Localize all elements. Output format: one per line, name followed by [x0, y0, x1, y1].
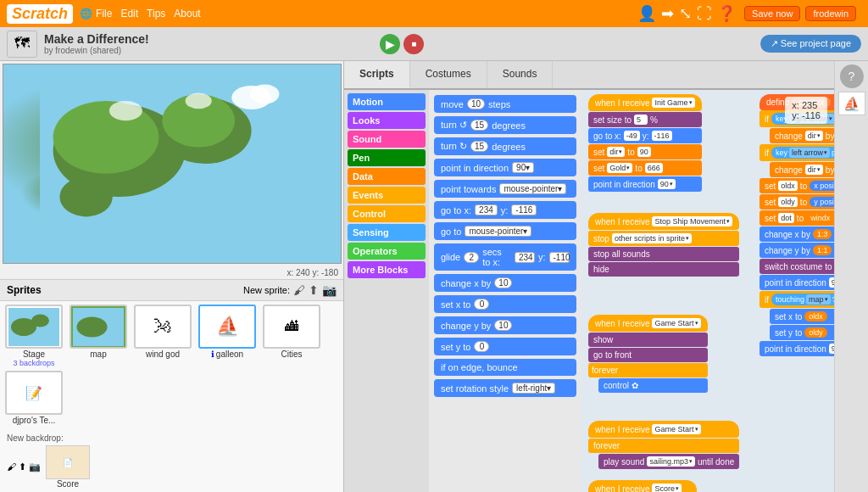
block-set-oldx[interactable]: set oldx to x position [760, 178, 834, 193]
upload-backdrop-icon[interactable]: ⬆ [19, 461, 26, 472]
menu-edit[interactable]: Edit [120, 8, 138, 20]
cat-motion[interactable]: Motion [348, 93, 426, 110]
block-set-y[interactable]: set y to 0 [434, 338, 576, 355]
block-set-x-oldx[interactable]: set x to oldx [770, 309, 834, 324]
save-now-button[interactable]: Save now [744, 6, 800, 21]
cat-operators[interactable]: Operators [348, 243, 426, 260]
block-set-y-oldy[interactable]: set y to oldy [770, 325, 834, 340]
block-set-dot[interactable]: set dot to windx * sin ▾ of dir + [760, 210, 834, 226]
block-move[interactable]: move 10 steps [434, 95, 576, 113]
script-group-init: when I receive Init Game ▾ set size to 5… [588, 94, 702, 193]
stop-button[interactable]: ■ [403, 34, 424, 54]
block-forever1[interactable]: forever [588, 363, 708, 377]
cat-sensing[interactable]: Sensing [348, 224, 426, 241]
sprites-header: Sprites New sprite: 🖌 ⬆ 📷 [0, 280, 343, 301]
block-change-y-formula[interactable]: change y by 1:1 + dot / 2 * cos ... [760, 243, 834, 258]
sprite-name-djpro: djpro's Te... [13, 416, 56, 425]
sprite-thumb-galleon: ⛵ [198, 305, 256, 349]
cat-looks[interactable]: Looks [348, 112, 426, 129]
hat-score[interactable]: when I receive Score ▾ [588, 480, 697, 492]
block-point-direction[interactable]: point in direction 90▾ [434, 159, 576, 176]
sprite-thumb-windgod: 🌬 [134, 305, 192, 349]
tab-costumes[interactable]: Costumes [410, 61, 487, 88]
see-project-button[interactable]: ↗ See project page [760, 35, 861, 53]
block-point-towards[interactable]: point towards mouse-pointer▾ [434, 180, 576, 198]
sprite-item-map[interactable]: map [68, 305, 129, 367]
block-goto-init[interactable]: go to x: -49 y: -116 [588, 128, 702, 143]
block-change-x[interactable]: change x by 10 [434, 274, 576, 292]
block-set-oldy[interactable]: set oldy to y position [760, 194, 834, 210]
block-if-touching-map[interactable]: if touching map ▾ ? then [760, 291, 834, 308]
block-hide[interactable]: hide [588, 262, 739, 277]
block-forever2[interactable]: forever [588, 439, 739, 453]
sprite-item-stage[interactable]: Stage 3 backdrops [3, 305, 64, 367]
block-play-sound[interactable]: play sound sailing.mp3 ▾ until done [598, 454, 739, 469]
cat-pen[interactable]: Pen [348, 149, 426, 166]
tab-scripts[interactable]: Scripts [344, 61, 410, 88]
cat-sound[interactable]: Sound [348, 131, 426, 148]
block-set-rotation-style[interactable]: set rotation style left-right▾ [434, 379, 576, 397]
upload-sprite-icon[interactable]: ⬆ [309, 283, 319, 297]
block-point-dir-formula[interactable]: point in direction 90 + dir ▾ round dir [760, 341, 834, 356]
block-show[interactable]: show [588, 333, 708, 347]
block-change-y[interactable]: change y by 10 [434, 316, 576, 334]
block-glide[interactable]: glide 2 secs to x: 234 y: -110 [434, 243, 576, 271]
sprite-item-djpro[interactable]: 📝 djpro's Te... [3, 371, 64, 425]
block-change-x-formula[interactable]: change x by 1:3 + dot / 2 * sin ... [760, 226, 834, 242]
stage-background: ⛵ [3, 64, 341, 263]
block-go-to-front[interactable]: go to front [588, 348, 708, 362]
windgod-icon: 🌬 [153, 316, 172, 338]
stage-thumb-svg [8, 308, 59, 346]
block-stop-scripts[interactable]: stop other scripts in sprite ▾ [588, 231, 739, 246]
block-goto-mousepointer[interactable]: go to mouse-pointer▾ [434, 222, 576, 240]
username-button[interactable]: frodewin [805, 6, 856, 21]
scripting-area[interactable]: when I receive Init Game ▾ set size to 5… [581, 90, 834, 492]
cat-data[interactable]: Data [348, 168, 426, 185]
block-turn-right[interactable]: turn ↻ 15 degrees [434, 137, 576, 155]
menu-about[interactable]: About [174, 8, 200, 20]
sprite-item-cities[interactable]: 🏙 Cities [261, 305, 322, 367]
cat-more-blocks[interactable]: More Blocks [348, 261, 426, 278]
script-group-stop: when I receive Stop Ship Movement ▾ stop… [588, 213, 739, 277]
block-set-x[interactable]: set x to 0 [434, 295, 576, 313]
stage-canvas[interactable]: ⛵ [3, 64, 342, 264]
block-stop-all-sounds[interactable]: stop all sounds [588, 247, 739, 261]
hat-game-start2[interactable]: when I receive Game Start ▾ [588, 421, 739, 438]
help-question-btn[interactable]: ? [840, 64, 864, 88]
paint-backdrop-icon[interactable]: 🖌 [7, 461, 16, 472]
block-turn-left[interactable]: turn ↺ 15 degrees [434, 116, 576, 134]
block-control[interactable]: control ✿ [598, 378, 708, 393]
block-change-dir-right[interactable]: change dir ▾ by 3 [770, 128, 834, 143]
sprite-item-galleon[interactable]: ⛵ ℹ galleon [197, 305, 258, 367]
block-if-left[interactable]: if key left arrow ▾ pressed? then [760, 144, 834, 161]
block-change-dir-left[interactable]: change dir ▾ by -3 [770, 162, 834, 177]
stage-coords: x: 240 y: -180 [0, 266, 343, 279]
block-goto-xy[interactable]: go to x: 234 y: -116 [434, 201, 576, 219]
sprite-thumb-stage [5, 305, 63, 349]
block-set-size[interactable]: set size to 5 % [588, 112, 702, 127]
block-point-dir-init[interactable]: point in direction 90 ▾ [588, 176, 702, 192]
tab-sounds[interactable]: Sounds [487, 61, 554, 88]
block-set-gold[interactable]: set Gold ▾ to 666 [588, 160, 702, 176]
backdrop-thumb-score[interactable]: 📄 [46, 445, 90, 479]
right-panel: Scripts Costumes Sounds Motion Looks Sou… [344, 61, 834, 492]
cat-events[interactable]: Events [348, 187, 426, 204]
menu-file[interactable]: File [96, 8, 112, 20]
green-flag-button[interactable]: ▶ [380, 34, 400, 54]
camera-backdrop-icon[interactable]: 📷 [29, 461, 41, 472]
paint-sprite-icon[interactable]: 🖌 [293, 283, 305, 297]
see-project-icon: ↗ [771, 38, 781, 48]
block-switch-costume[interactable]: switch costume to collision sphere ▾ [760, 259, 834, 274]
hat-init-game[interactable]: when I receive Init Game ▾ [588, 94, 702, 111]
sprite-item-windgod[interactable]: 🌬 wind god [132, 305, 193, 367]
hat-game-start1[interactable]: when I receive Game Start ▾ [588, 315, 708, 332]
menu-tips[interactable]: Tips [147, 8, 165, 20]
script-group-gamestart1: when I receive Game Start ▾ show go to f… [588, 315, 708, 394]
globe-icon: 🌐 [80, 8, 92, 20]
cat-control[interactable]: Control [348, 205, 426, 222]
block-point-dir-90[interactable]: point in direction 90 ▾ [760, 275, 834, 290]
camera-sprite-icon[interactable]: 📷 [322, 283, 337, 297]
hat-stop-ship[interactable]: when I receive Stop Ship Movement ▾ [588, 213, 739, 230]
block-set-dir[interactable]: set dir ▾ to 90 [588, 144, 702, 159]
block-if-on-edge-bounce[interactable]: if on edge, bounce [434, 359, 576, 376]
